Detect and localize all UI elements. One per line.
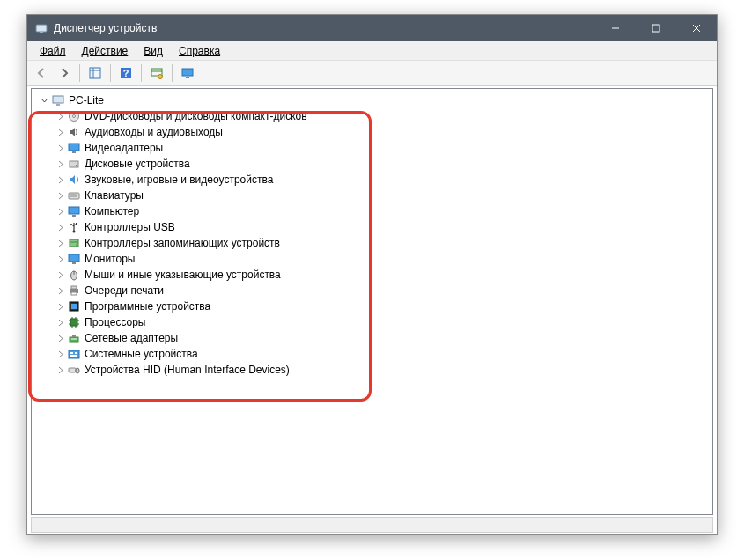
tree-item[interactable]: Видеоадаптеры	[49, 140, 711, 156]
tree-item-label: Процессоры	[85, 316, 146, 328]
svg-point-62	[76, 368, 79, 373]
close-button[interactable]	[676, 15, 717, 41]
printer-icon	[67, 284, 81, 298]
root-label: PC-Lite	[69, 94, 104, 107]
tree-item-label: Сетевые адаптеры	[85, 332, 178, 344]
tree-item[interactable]: Аудиовходы и аудиовыходы	[49, 124, 711, 140]
chevron-right-icon[interactable]	[55, 269, 65, 280]
chevron-right-icon[interactable]	[55, 111, 65, 122]
maximize-button[interactable]	[636, 15, 676, 41]
chevron-right-icon[interactable]	[55, 333, 65, 343]
tree-item[interactable]: Компьютер	[49, 203, 711, 219]
svg-rect-16	[53, 96, 63, 103]
tree-item[interactable]: DVD-дисководы и дисководы компакт-дисков	[49, 108, 711, 124]
menu-file[interactable]: Файл	[33, 43, 73, 59]
tree-item-label: Контроллеры USB	[85, 221, 175, 233]
toolbar-separator	[141, 64, 142, 82]
tree-root-node[interactable]: PC-Lite	[33, 92, 711, 108]
tree-item-label: Видеоадаптеры	[85, 142, 163, 154]
chevron-right-icon[interactable]	[55, 143, 65, 153]
svg-rect-15	[186, 77, 189, 78]
usb-icon	[67, 220, 81, 234]
chevron-right-icon[interactable]	[55, 301, 65, 312]
chevron-right-icon[interactable]	[55, 222, 65, 232]
svg-rect-37	[72, 262, 76, 264]
device-manager-window: Диспетчер устройств Файл Действие Вид Сп…	[26, 14, 718, 535]
keyboard-icon	[67, 188, 81, 203]
tree-children: DVD-дисководы и дисководы компакт-дисков…	[33, 108, 711, 378]
svg-point-23	[76, 165, 77, 166]
chevron-right-icon[interactable]	[55, 254, 65, 264]
chevron-right-icon[interactable]	[55, 206, 65, 217]
system-icon	[67, 347, 81, 361]
chevron-right-icon[interactable]	[55, 127, 65, 137]
svg-rect-6	[90, 68, 100, 78]
tree-item-label: DVD-дисководы и дисководы компакт-дисков	[85, 110, 307, 122]
tree-item[interactable]: Звуковые, игровые и видеоустройства	[49, 172, 711, 188]
chevron-right-icon[interactable]	[55, 190, 65, 201]
tree-item[interactable]: Очереди печати	[49, 283, 711, 298]
svg-text:?: ?	[123, 68, 129, 78]
tree-item[interactable]: Клавиатуры	[49, 188, 711, 203]
svg-rect-36	[69, 254, 79, 262]
svg-rect-60	[70, 355, 77, 357]
software-icon	[67, 299, 81, 313]
app-icon	[34, 21, 48, 35]
tree-item[interactable]: Контроллеры USB	[49, 219, 711, 235]
chevron-right-icon[interactable]	[55, 317, 65, 328]
svg-rect-59	[75, 352, 77, 354]
svg-rect-20	[69, 144, 79, 151]
minimize-button[interactable]	[595, 15, 636, 41]
tree-item-label: Системные устройства	[85, 348, 198, 360]
hid-icon	[67, 363, 81, 377]
statusbar	[31, 517, 713, 533]
chevron-right-icon[interactable]	[55, 365, 65, 375]
chevron-right-icon[interactable]	[55, 349, 65, 359]
tree-item-label: Мониторы	[85, 253, 135, 265]
scan-hardware-button[interactable]	[146, 63, 167, 84]
back-button[interactable]	[31, 63, 52, 84]
tree-item[interactable]: Дисковые устройства	[49, 156, 711, 172]
cpu-icon	[67, 315, 81, 329]
tree-item[interactable]: Мониторы	[49, 251, 711, 267]
svg-rect-1	[40, 32, 43, 33]
chevron-right-icon[interactable]	[55, 285, 65, 296]
tree-item[interactable]: Сетевые адаптеры	[49, 330, 711, 346]
audio-icon	[67, 125, 81, 139]
disc-icon	[67, 109, 81, 123]
tree-item[interactable]: Процессоры	[49, 314, 711, 330]
tree-item[interactable]: Программные устройства	[49, 298, 711, 314]
tree-item[interactable]: Мыши и иные указывающие устройства	[49, 267, 711, 283]
forward-button[interactable]	[54, 63, 75, 84]
display-icon	[67, 141, 81, 155]
content-area: PC-Lite DVD-дисководы и дисководы компак…	[27, 85, 717, 534]
chevron-right-icon[interactable]	[55, 238, 65, 248]
toolbar-separator	[172, 64, 173, 82]
tree-item-label: Контроллеры запоминающих устройств	[85, 237, 280, 249]
menu-view[interactable]: Вид	[136, 43, 170, 59]
menu-help[interactable]: Справка	[172, 43, 227, 59]
tree-item[interactable]: Контроллеры запоминающих устройств	[49, 235, 711, 251]
tree-item-label: Мыши и иные указывающие устройства	[85, 269, 281, 281]
tree-item[interactable]: Системные устройства	[49, 346, 711, 362]
svg-rect-14	[182, 69, 193, 76]
show-hide-tree-button[interactable]	[85, 63, 106, 84]
titlebar: Диспетчер устройств	[27, 15, 717, 41]
menu-action[interactable]: Действие	[75, 43, 136, 59]
svg-rect-57	[69, 350, 79, 358]
svg-rect-21	[72, 151, 76, 153]
monitors-button[interactable]	[177, 63, 198, 84]
chevron-down-icon[interactable]	[39, 95, 49, 106]
window-title: Диспетчер устройств	[54, 22, 595, 34]
svg-rect-61	[69, 368, 76, 372]
svg-rect-58	[70, 352, 73, 354]
tree-item-label: Клавиатуры	[85, 189, 144, 202]
computer-icon	[67, 204, 81, 218]
toolbar-separator	[110, 64, 111, 82]
chevron-right-icon[interactable]	[55, 174, 65, 185]
computer-icon	[51, 93, 65, 107]
svg-rect-44	[71, 304, 77, 309]
chevron-right-icon[interactable]	[55, 158, 65, 169]
help-button[interactable]: ?	[115, 63, 136, 84]
tree-item[interactable]: Устройства HID (Human Interface Devices)	[49, 362, 711, 378]
